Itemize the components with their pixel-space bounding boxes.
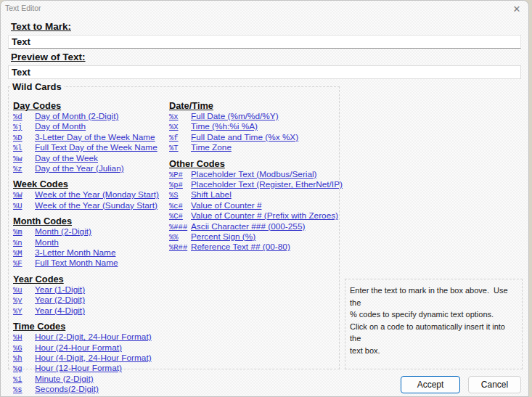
accept-button[interactable]: Accept xyxy=(401,376,460,393)
wildcard-description-link[interactable]: Shift Label xyxy=(191,190,232,200)
wildcard-code-link[interactable]: %S xyxy=(169,191,191,200)
wildcard-description-link[interactable]: Value of Counter # xyxy=(191,201,262,210)
wildcard-row: %S Shift Label xyxy=(169,190,337,200)
wildcard-description-link[interactable]: Full Text Day of the Week Name xyxy=(35,143,157,152)
wildcard-row: %i Minute (2-Digit) xyxy=(13,375,165,385)
wildcard-description-link[interactable]: Ascii Character ### (000-255) xyxy=(191,222,305,232)
wildcard-code-link[interactable]: %y xyxy=(13,296,35,306)
wildcard-section: Date/Time %x Full Date (%m/%d/%Y) %X Tim… xyxy=(169,100,337,154)
wildcard-code-link[interactable]: %T xyxy=(169,144,191,153)
wildcard-code-link[interactable]: %f xyxy=(169,134,191,143)
wildcard-code-link[interactable]: %R## xyxy=(169,243,191,253)
wildcard-description-link[interactable]: Time Zone xyxy=(191,143,232,152)
help-text-line: text box. xyxy=(350,345,517,357)
wildcard-code-link[interactable]: %% xyxy=(169,233,191,242)
wildcard-rows: %H Hour (2-Digit, 24-Hour Format) %G Hou… xyxy=(13,332,165,397)
wildcard-code-link[interactable]: %G xyxy=(13,344,35,353)
wildcard-description-link[interactable]: 3-Letter Month Name xyxy=(35,248,115,258)
wildcard-description-link[interactable]: Full Date (%m/%d/%Y) xyxy=(191,112,279,121)
wildcard-description-link[interactable]: Placeholder Text (Modbus/Serial) xyxy=(191,170,317,179)
wildcard-row: %U Week of the Year (Sunday Start) xyxy=(13,201,165,211)
wildcard-description-link[interactable]: Month (2-Digit) xyxy=(35,227,91,237)
wildcard-description-link[interactable]: Week of the Year (Sunday Start) xyxy=(35,201,157,210)
wildcard-description-link[interactable]: 3-Letter Day of the Week Name xyxy=(35,133,155,142)
wildcard-code-link[interactable]: %C# xyxy=(169,212,191,221)
wildcard-row: %l Full Text Day of the Week Name xyxy=(13,143,165,153)
wildcard-rows: %m Month (2-Digit) %n Month %M 3-L xyxy=(13,227,165,269)
wildcard-code-link[interactable]: %W xyxy=(13,191,35,200)
wildcard-row: %u Year (1-Digit) xyxy=(13,285,165,295)
preview-of-text-label: Preview of Text: xyxy=(11,52,86,62)
wildcard-description-link[interactable]: Hour (2-Digit, 24-Hour Format) xyxy=(35,332,152,342)
wildcard-description-link[interactable]: Day of Month xyxy=(35,122,86,131)
wildcard-description-link[interactable]: Hour (4-Digit, 24-Hour Format) xyxy=(35,353,152,363)
wildcard-description-link[interactable]: Day of Month (2-Digit) xyxy=(35,112,118,121)
wildcard-description-link[interactable]: Year (2-Digit) xyxy=(35,295,85,305)
help-text-box: Enter the text to mark in the box above.… xyxy=(345,279,523,369)
wildcard-row: %p# Placeholder Text (Register, EtherNet… xyxy=(169,180,337,190)
wildcard-code-link[interactable]: %X xyxy=(169,123,191,132)
wildcard-code-link[interactable]: %x xyxy=(169,112,191,122)
wildcard-row: %f Full Date and Time (%x %X) xyxy=(169,133,337,143)
wildcard-code-link[interactable]: %P# xyxy=(169,171,191,180)
wildcard-description-link[interactable]: Day of the Week xyxy=(35,154,98,163)
cancel-button[interactable]: Cancel xyxy=(468,376,521,393)
wildcard-description-link[interactable]: Time (%h:%i %A) xyxy=(191,122,258,131)
wildcard-code-link[interactable]: %H xyxy=(13,333,35,343)
wildcard-row: %C# Value of Counter # (Prefix with Zero… xyxy=(169,211,337,221)
wildcard-description-link[interactable]: Placeholder Text (Register, EtherNet/IP) xyxy=(191,180,343,189)
wildcard-description-link[interactable]: Month xyxy=(35,238,59,247)
wildcard-description-link[interactable]: Reference Text ## (00-80) xyxy=(191,242,290,252)
wildcard-code-link[interactable]: %h xyxy=(13,354,35,364)
wildcard-code-link[interactable]: %n xyxy=(13,239,35,248)
wildcard-code-link[interactable]: %z xyxy=(13,165,35,174)
wildcard-section-heading: Other Codes xyxy=(169,158,337,169)
close-icon[interactable]: ✕ xyxy=(510,2,523,15)
wildcard-description-link[interactable]: Week of the Year (Monday Start) xyxy=(35,190,159,200)
wildcard-row: %c# Value of Counter # xyxy=(169,201,337,211)
wildcard-description-link[interactable]: Full Date and Time (%x %X) xyxy=(191,133,298,142)
wildcard-row: %m Month (2-Digit) xyxy=(13,227,165,237)
text-to-mark-input[interactable] xyxy=(8,35,521,49)
wildcard-description-link[interactable]: Hour (24-Hour Format) xyxy=(35,343,122,353)
wildcard-code-link[interactable]: %s xyxy=(13,385,35,395)
wildcard-description-link[interactable]: Percent Sign (%) xyxy=(191,232,255,242)
wildcard-code-link[interactable]: %F xyxy=(13,259,35,269)
wildcards-left-column: Day Codes %d Day of Month (2-Digit) %j D… xyxy=(13,100,165,397)
wildcard-code-link[interactable]: %c# xyxy=(169,202,191,211)
wildcard-description-link[interactable]: Value of Counter # (Prefix with Zeroes) xyxy=(191,211,338,221)
wildcard-code-link[interactable]: %w xyxy=(13,155,35,164)
wildcard-code-link[interactable]: %d xyxy=(13,112,35,122)
wildcard-code-link[interactable]: %j xyxy=(13,123,35,132)
wildcard-code-link[interactable]: %M xyxy=(13,249,35,258)
wildcard-code-link[interactable]: %l xyxy=(13,144,35,153)
wildcard-description-link[interactable]: Year (1-Digit) xyxy=(35,285,85,295)
wildcard-description-link[interactable]: Day of the Year (Julian) xyxy=(35,164,124,173)
background-edge xyxy=(529,0,532,397)
wildcard-row: %y Year (2-Digit) xyxy=(13,295,165,306)
wildcard-row: %% Percent Sign (%) xyxy=(169,232,337,242)
wildcard-description-link[interactable]: Full Text Month Name xyxy=(35,258,118,268)
wildcard-description-link[interactable]: Minute (2-Digit) xyxy=(35,375,94,384)
wildcard-row: %F Full Text Month Name xyxy=(13,258,165,269)
wildcard-description-link[interactable]: Seconds(2-Digit) xyxy=(35,385,99,394)
wildcard-code-link[interactable]: %m xyxy=(13,228,35,237)
wildcard-description-link[interactable]: Year (4-Digit) xyxy=(35,306,85,316)
wildcard-description-link[interactable]: Hour (12-Hour Format) xyxy=(35,364,122,373)
wildcard-code-link[interactable]: %Y xyxy=(13,307,35,316)
wildcard-section-heading: Year Codes xyxy=(13,274,165,285)
text-editor-dialog: Text Editor ✕ Text to Mark: Preview of T… xyxy=(0,0,529,397)
wildcard-code-link[interactable]: %u xyxy=(13,286,35,295)
wildcard-row: %d Day of Month (2-Digit) xyxy=(13,112,165,122)
wildcard-section: Time Codes %H Hour (2-Digit, 24-Hour For… xyxy=(13,321,165,397)
wildcard-code-link[interactable]: %### xyxy=(169,223,191,232)
wildcard-code-link[interactable]: %U xyxy=(13,202,35,211)
wildcard-section-heading: Date/Time xyxy=(169,100,337,111)
wildcards-legend: Wild Cards xyxy=(10,81,64,92)
help-text-line: Click on a code to automatically insert … xyxy=(350,321,517,345)
wildcard-code-link[interactable]: %g xyxy=(13,364,35,374)
wildcard-rows: %W Week of the Year (Monday Start) %U We… xyxy=(13,190,165,211)
wildcard-code-link[interactable]: %D xyxy=(13,134,35,143)
wildcard-code-link[interactable]: %p# xyxy=(169,181,191,190)
wildcard-code-link[interactable]: %i xyxy=(13,375,35,385)
